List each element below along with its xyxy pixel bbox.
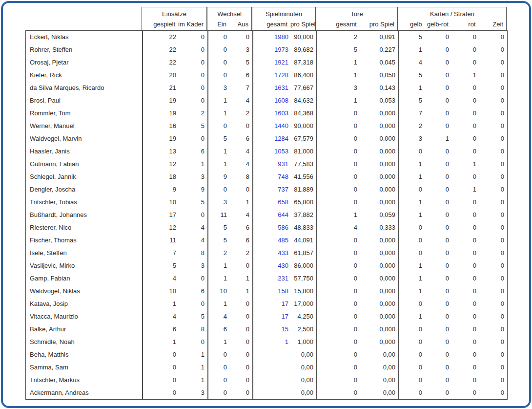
karte-gelb-cell: 0: [398, 221, 425, 234]
player-name-cell: Tritschler, Markus: [26, 374, 142, 387]
strafe-zeit-cell: 0: [479, 43, 507, 56]
tore-pro-spiel-cell: 0,227: [360, 43, 398, 56]
karte-gelb-rot-cell: 0: [425, 247, 452, 259]
gespielt-cell: 12: [142, 158, 179, 171]
table-row[interactable]: Werner, Manuel 16 5 0 0 1440 90,000 0 0,…: [26, 120, 507, 132]
player-name-cell: Eckert, Niklas: [26, 31, 142, 43]
wechsel-ein-cell: 0: [207, 120, 230, 132]
table-row[interactable]: Dengler, Joscha 9 9 0 0 737 81,889 0 0,0…: [26, 183, 507, 196]
table-row[interactable]: Vitacca, Maurizio 4 5 4 0 17 4,250 0 0,0…: [26, 310, 507, 323]
karte-gelb-cell: 1: [398, 171, 425, 183]
table-row[interactable]: Vasiljevic, Mirko 5 3 1 0 430 86,000 0 0…: [26, 259, 507, 272]
table-row[interactable]: Waldvogel, Niklas 10 6 10 1 158 15,800 0…: [26, 285, 507, 298]
karte-rot-cell: 0: [452, 107, 479, 120]
minuten-pro-spiel-cell: 87,318: [291, 56, 316, 69]
player-name-cell: Kiefer, Rick: [26, 69, 142, 82]
table-row[interactable]: Brosi, Paul 19 0 1 4 1608 84,632 1 0,053…: [26, 94, 507, 107]
tore-gesamt-cell: 0: [316, 247, 360, 259]
minuten-pro-spiel-cell: 0,00: [291, 387, 316, 399]
player-name-cell: Tritschler, Tobias: [26, 196, 142, 209]
table-row[interactable]: Kiefer, Rick 20 0 0 6 1728 86,400 1 0,05…: [26, 69, 507, 82]
minuten-pro-spiel-cell: 4,250: [291, 310, 316, 323]
strafe-zeit-cell: 0: [479, 107, 507, 120]
karte-gelb-cell: 5: [398, 94, 425, 107]
table-row[interactable]: Gutmann, Fabian 12 1 1 4 931 77,583 0 0,…: [26, 158, 507, 171]
karte-gelb-rot-cell: 0: [425, 69, 452, 82]
minuten-pro-spiel-cell: 15,800: [291, 285, 316, 298]
table-row[interactable]: Tritschler, Tobias 10 5 3 1 658 65,800 0…: [26, 196, 507, 209]
minuten-gesamt-cell: 1: [252, 336, 291, 348]
wechsel-ein-cell: 0: [207, 387, 230, 399]
gespielt-cell: 18: [142, 171, 179, 183]
header-group-label: Wechsel: [207, 7, 251, 19]
minuten-pro-spiel-cell: 2,500: [291, 323, 316, 336]
im-kader-cell: 1: [179, 374, 207, 387]
karte-rot-cell: 0: [452, 259, 479, 272]
table-row[interactable]: Beha, Matthis 0 1 0 0 0,00 0 0,00 0 0 0 …: [26, 348, 507, 361]
table-row[interactable]: da Silva Marques, Ricardo 21 0 3 7 1631 …: [26, 82, 507, 94]
table-row[interactable]: Rohrer, Steffen 22 0 0 3 1973 89,682 5 0…: [26, 43, 507, 56]
minuten-gesamt-cell: 485: [252, 234, 291, 247]
header-group-einsaetze: Einsätze gespielt im Kader: [142, 7, 207, 30]
minuten-gesamt-cell: 1053: [252, 145, 291, 158]
im-kader-cell: 0: [179, 56, 207, 69]
tore-gesamt-cell: 0: [316, 107, 360, 120]
table-body: Eckert, Niklas 22 0 0 0 1980 90,000 2 0,…: [25, 30, 508, 400]
tore-pro-spiel-cell: 0,000: [360, 247, 398, 259]
karte-rot-cell: 0: [452, 56, 479, 69]
table-row[interactable]: Riesterer, Nico 12 4 5 6 586 48,833 4 0,…: [26, 221, 507, 234]
wechsel-aus-cell: 0: [230, 336, 252, 348]
screenshot-stage: Einsätze gespielt im Kader Wechsel Ein A…: [0, 0, 532, 409]
minuten-pro-spiel-cell: 84,368: [291, 107, 316, 120]
minuten-gesamt-cell: 1608: [252, 94, 291, 107]
wechsel-ein-cell: 6: [207, 323, 230, 336]
table-row[interactable]: Ackermann, Andreas 0 3 0 0 0,00 0 0,00 0…: [26, 387, 507, 399]
minuten-pro-spiel-cell: 90,000: [291, 31, 316, 43]
karte-rot-cell: 1: [452, 158, 479, 171]
karte-gelb-cell: 1: [398, 259, 425, 272]
table-row[interactable]: Eckert, Niklas 22 0 0 0 1980 90,000 2 0,…: [26, 31, 507, 43]
wechsel-ein-cell: 0: [207, 183, 230, 196]
wechsel-aus-cell: 3: [230, 43, 252, 56]
gespielt-cell: 22: [142, 56, 179, 69]
im-kader-cell: 5: [179, 120, 207, 132]
wechsel-aus-cell: 0: [230, 374, 252, 387]
tore-gesamt-cell: 0: [316, 158, 360, 171]
minuten-pro-spiel-cell: 1,000: [291, 336, 316, 348]
table-row[interactable]: Rommler, Tom 19 2 1 2 1603 84,368 0 0,00…: [26, 107, 507, 120]
table-row[interactable]: Tritschler, Markus 0 1 0 0 0,00 0 0,00 0…: [26, 374, 507, 387]
minuten-gesamt-cell: 931: [252, 158, 291, 171]
table-row[interactable]: Waldvogel, Marvin 19 0 5 6 1284 67,579 0…: [26, 132, 507, 145]
table-row[interactable]: Gamp, Fabian 4 0 1 1 231 57,750 0 0,000 …: [26, 272, 507, 285]
strafe-zeit-cell: 0: [479, 221, 507, 234]
strafe-zeit-cell: 0: [479, 69, 507, 82]
minuten-gesamt-cell: 737: [252, 183, 291, 196]
karte-rot-cell: 0: [452, 387, 479, 399]
table-row[interactable]: Fischer, Thomas 11 4 5 6 485 44,091 0 0,…: [26, 234, 507, 247]
table-row[interactable]: Schmidle, Noah 1 0 1 0 1 1,000 0 0,000 0…: [26, 336, 507, 348]
karte-gelb-rot-cell: 0: [425, 259, 452, 272]
karte-rot-cell: 0: [452, 209, 479, 221]
minuten-pro-spiel-cell: 77,583: [291, 158, 316, 171]
table-row[interactable]: Isele, Steffen 7 8 2 2 433 61,857 0 0,00…: [26, 247, 507, 259]
karte-rot-cell: 0: [452, 298, 479, 310]
table-row[interactable]: Schlegel, Jannik 18 3 9 8 748 41,556 0 0…: [26, 171, 507, 183]
player-name-cell: Brosi, Paul: [26, 94, 142, 107]
karte-gelb-cell: 1: [398, 272, 425, 285]
strafe-zeit-cell: 0: [479, 374, 507, 387]
strafe-zeit-cell: 0: [479, 145, 507, 158]
wechsel-aus-cell: 7: [230, 82, 252, 94]
table-row[interactable]: Orosaj, Pjetar 22 0 0 5 1921 87,318 1 0,…: [26, 56, 507, 69]
table-row[interactable]: Bußhardt, Johannes 17 0 11 4 644 37,882 …: [26, 209, 507, 221]
table-row[interactable]: Samma, Sam 0 1 0 0 0,00 0 0,00 0 0 0 0: [26, 361, 507, 374]
tore-gesamt-cell: 0: [316, 298, 360, 310]
gespielt-cell: 4: [142, 272, 179, 285]
table-row[interactable]: Balke, Arthur 6 8 6 0 15 2,500 0 0,000 0…: [26, 323, 507, 336]
column-header-minuten-gesamt: gesamt: [252, 19, 290, 31]
minuten-gesamt-cell: [252, 387, 291, 399]
karte-gelb-cell: 3: [398, 132, 425, 145]
player-name-cell: Dengler, Joscha: [26, 183, 142, 196]
table-row[interactable]: Haasler, Janis 13 6 1 4 1053 81,000 0 0,…: [26, 145, 507, 158]
tore-pro-spiel-cell: 0,000: [360, 120, 398, 132]
table-row[interactable]: Katava, Josip 1 0 1 0 17 17,000 0 0,000 …: [26, 298, 507, 310]
